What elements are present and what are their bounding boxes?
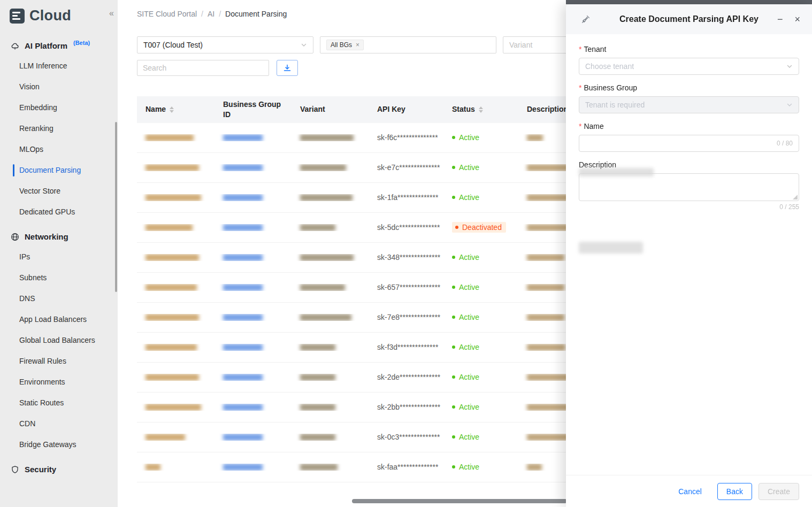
redacted-description xyxy=(527,464,542,471)
sidebar-item-reranking[interactable]: Reranking xyxy=(0,118,118,139)
status-badge: Active xyxy=(452,253,479,262)
business-group-label: *Business Group xyxy=(579,83,799,92)
api-key-value: sk-657************** xyxy=(369,283,443,291)
column-header-status[interactable]: Status xyxy=(443,96,518,123)
sidebar-item-app-load-balancers[interactable]: App Load Balancers xyxy=(0,309,118,330)
redacted-description xyxy=(527,344,565,351)
redacted-variant xyxy=(300,224,335,231)
redacted-business-group-id-link[interactable] xyxy=(223,344,263,351)
status-badge: Active xyxy=(452,343,479,351)
sidebar-item-vector-store[interactable]: Vector Store xyxy=(0,181,118,202)
sidebar-item-mlops[interactable]: MLOps xyxy=(0,139,118,160)
column-header-name[interactable]: Name xyxy=(137,96,215,123)
pin-button[interactable] xyxy=(581,14,591,24)
redacted-business-group-id-link[interactable] xyxy=(223,404,263,411)
sidebar-item-embedding[interactable]: Embedding xyxy=(0,97,118,118)
column-header-business-group-id: Business Group ID xyxy=(215,96,292,123)
breadcrumb-item-ai[interactable]: AI xyxy=(208,10,215,18)
redacted-description xyxy=(527,374,572,381)
redacted-variant xyxy=(300,464,338,471)
create-api-key-drawer: Create Document Parsing API Key − × *Ten… xyxy=(566,4,812,507)
redacted-name xyxy=(145,164,199,171)
variant-filter-placeholder: Variant xyxy=(509,41,532,49)
sidebar-scrollbar[interactable] xyxy=(115,122,117,292)
api-key-value: sk-e7c************** xyxy=(369,163,443,172)
sidebar-item-dns[interactable]: DNS xyxy=(0,288,118,309)
redacted-business-group-id-link[interactable] xyxy=(223,314,263,321)
minimize-icon[interactable]: − xyxy=(777,14,783,24)
redacted-description xyxy=(527,254,564,261)
sidebar-item-subnets[interactable]: Subnets xyxy=(0,267,118,288)
drawer-header: Create Document Parsing API Key − × xyxy=(566,4,812,34)
tenant-select[interactable]: Choose tenant xyxy=(579,58,799,75)
remove-tag-icon[interactable]: × xyxy=(356,41,359,49)
column-header-api-key: API Key xyxy=(369,96,443,123)
redacted-business-group-id-link[interactable] xyxy=(223,434,263,441)
api-key-value: sk-7e8************** xyxy=(369,313,443,321)
redacted-variant xyxy=(300,374,335,381)
sidebar-section-networking[interactable]: Networking xyxy=(0,227,118,247)
status-dot-icon xyxy=(452,345,455,349)
close-icon[interactable]: × xyxy=(794,14,800,24)
section-label: AI Platform xyxy=(25,41,67,50)
status-badge: Active xyxy=(452,373,479,381)
sidebar-item-dedicated-gpus[interactable]: Dedicated GPUs xyxy=(0,202,118,222)
redacted-business-group-id-link[interactable] xyxy=(223,284,263,291)
status-dot-icon xyxy=(452,196,455,199)
chevron-down-icon xyxy=(301,42,307,48)
status-badge: Active xyxy=(452,433,479,441)
redacted-business-group-id-link[interactable] xyxy=(223,194,263,201)
sidebar-item-document-parsing[interactable]: Document Parsing xyxy=(0,160,118,181)
breadcrumb-item-site-cloud-portal[interactable]: SITE Cloud Portal xyxy=(137,10,197,18)
search-input[interactable] xyxy=(137,60,269,76)
api-key-value: sk-5dc************** xyxy=(369,223,443,232)
sidebar-item-static-routes[interactable]: Static Routes xyxy=(0,393,118,413)
status-dot-icon xyxy=(452,465,455,468)
app-logo: Cloud xyxy=(0,0,118,32)
breadcrumb-item-document-parsing[interactable]: Document Parsing xyxy=(225,10,287,18)
cancel-button[interactable]: Cancel xyxy=(669,483,711,500)
sort-icon[interactable] xyxy=(479,106,483,113)
sidebar-item-firewall-rules[interactable]: Firewall Rules xyxy=(0,351,118,372)
sidebar-item-environments[interactable]: Environments xyxy=(0,372,118,393)
status-dot-icon xyxy=(452,286,455,289)
api-key-value: sk-2bb************** xyxy=(369,403,443,411)
business-group-filter-select[interactable]: All BGs × xyxy=(320,36,496,53)
download-button[interactable] xyxy=(277,60,298,76)
column-header-variant: Variant xyxy=(292,96,369,123)
sidebar-section-ai-platform[interactable]: AI Platform(Beta) xyxy=(0,36,118,56)
sidebar-item-bridge-gateways[interactable]: Bridge Gateways xyxy=(0,434,118,455)
sort-icon[interactable] xyxy=(170,106,174,113)
create-button[interactable]: Create xyxy=(759,483,799,500)
sidebar-item-global-load-balancers[interactable]: Global Load Balancers xyxy=(0,330,118,351)
sidebar-section-security[interactable]: Security xyxy=(0,459,118,479)
section-label: Security xyxy=(25,465,56,474)
redacted-business-group-id-link[interactable] xyxy=(223,134,263,141)
drawer-title: Create Document Parsing API Key xyxy=(598,14,780,24)
redacted-business-group-id-link[interactable] xyxy=(223,164,263,171)
status-dot-icon xyxy=(452,316,455,319)
redacted-business-group-id-link[interactable] xyxy=(223,224,263,231)
back-button[interactable]: Back xyxy=(717,483,752,500)
horizontal-scrollbar[interactable] xyxy=(352,499,567,503)
redacted-business-group-id-link[interactable] xyxy=(223,254,263,261)
status-dot-icon xyxy=(452,435,455,439)
redacted-business-group-id-link[interactable] xyxy=(223,464,263,471)
chevron-down-icon xyxy=(786,102,793,108)
redacted-description xyxy=(527,434,572,441)
redacted-name xyxy=(145,374,199,381)
sidebar-item-vision[interactable]: Vision xyxy=(0,76,118,97)
name-input[interactable] xyxy=(585,138,772,149)
business-group-select[interactable]: Tenant is required xyxy=(579,96,799,113)
tenant-filter-value: T007 (Cloud Test) xyxy=(143,41,203,49)
redacted-business-group-id-link[interactable] xyxy=(223,374,263,381)
tenant-label: *Tenant xyxy=(579,45,799,53)
tenant-filter-select[interactable]: T007 (Cloud Test) xyxy=(137,36,313,53)
collapse-sidebar-button[interactable]: « xyxy=(109,9,114,18)
api-key-value: sk-f6c************** xyxy=(369,133,443,142)
redacted-name xyxy=(145,434,185,441)
sidebar-item-ips[interactable]: IPs xyxy=(0,247,118,267)
sidebar-item-llm-inference[interactable]: LLM Inference xyxy=(0,56,118,76)
description-textarea[interactable] xyxy=(579,173,799,201)
sidebar-item-cdn[interactable]: CDN xyxy=(0,413,118,434)
